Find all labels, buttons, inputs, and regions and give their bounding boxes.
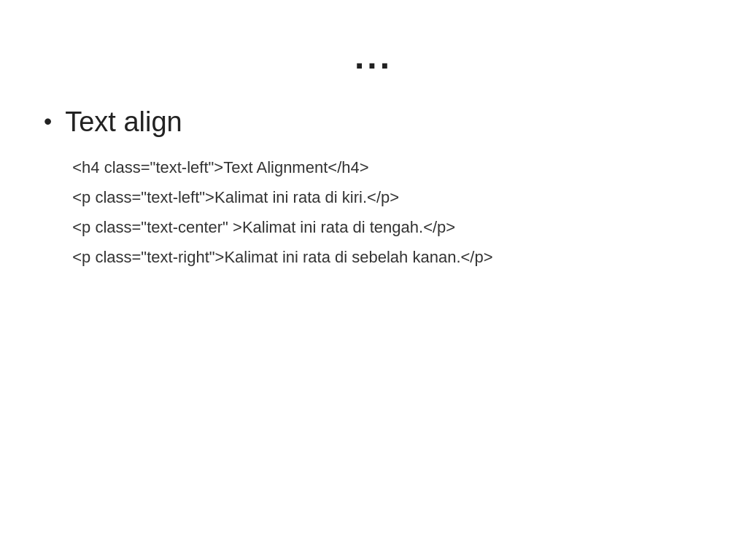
code-line-3: <p class="text-center" >Kalimat ini rata… [72,215,492,239]
bullet-content: Text align <h4 class="text-left">Text Al… [65,106,492,269]
code-line-4: <p class="text-right">Kalimat ini rata d… [72,245,492,269]
code-line-2: <p class="text-left">Kalimat ini rata di… [72,185,492,209]
code-line-1: <h4 class="text-left">Text Alignment</h4… [72,155,492,179]
slide-header-ellipsis: ... [44,36,703,77]
slide-container: ... • Text align <h4 class="text-left">T… [0,0,747,560]
code-lines-block: <h4 class="text-left">Text Alignment</h4… [72,155,492,269]
bullet-section: • Text align <h4 class="text-left">Text … [44,106,703,269]
bullet-dot: • [44,107,52,135]
bullet-title: Text align [65,106,492,139]
